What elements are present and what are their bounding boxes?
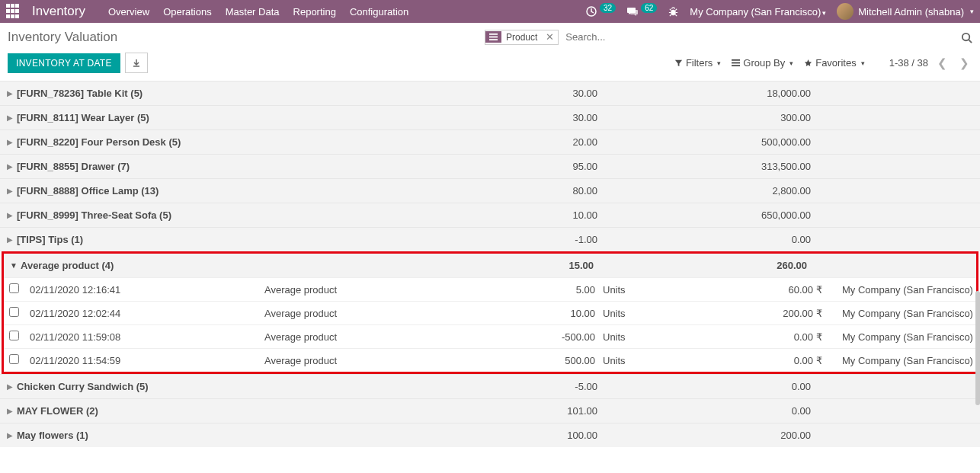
group-row[interactable]: ▶[TIPS] Tips (1)-1.000.00: [0, 227, 980, 251]
search-icon[interactable]: [961, 30, 972, 43]
caret-right-icon[interactable]: ▶: [3, 211, 17, 219]
table-row[interactable]: 02/11/2020 11:54:59Average product500.00…: [4, 348, 976, 372]
group-qty: 15.00: [524, 260, 600, 271]
cell-currency: ₹: [813, 284, 836, 296]
group-qty: 101.00: [527, 405, 604, 417]
search-area: Product ✕: [485, 29, 972, 45]
group-value: 18,000.00: [680, 88, 817, 99]
group-label: [TIPS] Tips (1): [17, 234, 261, 245]
group-row[interactable]: ▶[FURN_8220] Four Person Desk (5)20.0050…: [0, 129, 980, 154]
svg-rect-8: [732, 65, 740, 66]
search-facet[interactable]: Product ✕: [485, 30, 559, 45]
cell-date: 02/11/2020 12:02:44: [21, 308, 264, 319]
group-label: Chicken Curry Sandwich (5): [17, 381, 261, 392]
nav-link-overview[interactable]: Overview: [108, 6, 149, 18]
page-title: Inventory Valuation: [8, 30, 117, 45]
search-facet-label: Product: [501, 30, 542, 44]
caret-right-icon[interactable]: ▶: [3, 431, 17, 439]
download-button[interactable]: [125, 53, 148, 73]
list-icon: [485, 31, 501, 43]
group-row-expanded[interactable]: ▼ Average product (4) 15.00 260.00: [4, 254, 976, 277]
close-icon[interactable]: ✕: [542, 31, 558, 43]
caret-right-icon[interactable]: ▶: [3, 113, 17, 122]
caret-right-icon[interactable]: ▶: [3, 187, 17, 195]
group-row[interactable]: ▶May flowers (1)100.00200.00: [0, 423, 980, 447]
row-checkbox[interactable]: [9, 331, 19, 340]
group-row[interactable]: ▶[FURN_8888] Office Lamp (13)80.002,800.…: [0, 178, 980, 203]
cell-qty: 5.00: [524, 284, 600, 296]
group-by-label: Group By: [743, 57, 785, 69]
cell-company: My Company (San Francisco): [836, 331, 973, 343]
row-checkbox[interactable]: [9, 283, 19, 293]
favorites-button[interactable]: Favorites▾: [804, 57, 864, 69]
user-name: Mitchell Admin (shabna): [858, 6, 964, 18]
group-row[interactable]: ▶[FURN_8855] Drawer (7)95.00313,500.00: [0, 154, 980, 178]
highlight-box: ▼ Average product (4) 15.00 260.00 02/11…: [2, 251, 978, 374]
scrollbar[interactable]: [975, 291, 980, 405]
group-label: [FURN_8220] Four Person Desk (5): [17, 136, 261, 148]
group-row[interactable]: ▶[FURN_8111] Wear Layer (5)30.00300.00: [0, 105, 980, 129]
caret-down-icon[interactable]: ▼: [7, 261, 21, 270]
cell-product: Average product: [264, 308, 524, 319]
svg-rect-2: [489, 34, 498, 35]
cell-company: My Company (San Francisco): [836, 284, 973, 296]
filters-button[interactable]: Filters▾: [674, 57, 721, 69]
row-checkbox[interactable]: [9, 354, 19, 364]
caret-right-icon[interactable]: ▶: [3, 162, 17, 171]
group-row[interactable]: ▶[FURN_78236] Table Kit (5)30.0018,000.0…: [0, 81, 980, 105]
cell-unit: Units: [600, 284, 676, 296]
caret-right-icon[interactable]: ▶: [3, 407, 17, 415]
caret-right-icon[interactable]: ▶: [3, 235, 17, 244]
apps-icon[interactable]: [6, 4, 21, 19]
group-value: 500,000.00: [680, 136, 817, 148]
group-qty: 30.00: [527, 112, 604, 123]
cell-currency: ₹: [813, 331, 836, 343]
group-value: 0.00: [680, 234, 817, 245]
search-input[interactable]: [563, 29, 956, 45]
nav-right: 32 62 My Company (San Francisco)▾ Mitche…: [585, 3, 974, 20]
group-qty: 20.00: [527, 136, 604, 148]
group-row[interactable]: ▶[FURN_8999] Three-Seat Sofa (5)10.00650…: [0, 203, 980, 227]
cell-qty: 10.00: [524, 308, 600, 319]
group-row[interactable]: ▶MAY FLOWER (2)101.000.00: [0, 398, 980, 423]
caret-right-icon[interactable]: ▶: [3, 89, 17, 97]
nav-link-operations[interactable]: Operations: [163, 6, 212, 18]
group-qty: 95.00: [527, 161, 604, 172]
table-row[interactable]: 02/11/2020 12:16:41Average product5.00Un…: [4, 277, 976, 301]
cell-product: Average product: [264, 355, 524, 366]
cell-company: My Company (San Francisco): [836, 308, 973, 319]
group-qty: -5.00: [527, 381, 604, 392]
cell-unit: Units: [600, 355, 676, 366]
nav-link-master-data[interactable]: Master Data: [226, 6, 280, 18]
caret-right-icon[interactable]: ▶: [3, 382, 17, 391]
debug-icon[interactable]: [668, 5, 679, 18]
nav-link-configuration[interactable]: Configuration: [350, 6, 408, 18]
table-row[interactable]: 02/11/2020 12:02:44Average product10.00U…: [4, 301, 976, 324]
group-qty: 10.00: [527, 209, 604, 221]
avatar: [837, 3, 853, 20]
group-label: May flowers (1): [17, 430, 261, 441]
table-row[interactable]: 02/11/2020 11:59:08Average product-500.0…: [4, 324, 976, 348]
group-row[interactable]: ▶Chicken Curry Sandwich (5)-5.000.00: [0, 374, 980, 398]
cell-amount: 0.00: [676, 355, 813, 366]
group-value: 0.00: [680, 381, 817, 392]
row-checkbox[interactable]: [9, 307, 19, 317]
group-label: MAY FLOWER (2): [17, 405, 261, 417]
pager-next[interactable]: ❯: [956, 55, 972, 72]
cell-amount: 200.00: [676, 308, 813, 319]
group-value: 260.00: [676, 260, 813, 271]
inventory-at-date-button[interactable]: INVENTORY AT DATE: [8, 53, 120, 73]
cell-product: Average product: [264, 284, 524, 296]
group-value: 200.00: [680, 430, 817, 441]
pager-prev[interactable]: ❮: [934, 55, 950, 72]
group-by-button[interactable]: Group By▾: [732, 57, 793, 69]
activities-icon[interactable]: 32: [585, 5, 616, 18]
app-title[interactable]: Inventory: [32, 4, 85, 19]
company-selector[interactable]: My Company (San Francisco)▾: [690, 6, 826, 18]
favorites-label: Favorites: [815, 57, 856, 69]
user-menu[interactable]: Mitchell Admin (shabna)▾: [837, 3, 974, 20]
messages-icon[interactable]: 62: [626, 5, 657, 18]
caret-right-icon[interactable]: ▶: [3, 138, 17, 146]
nav-link-reporting[interactable]: Reporting: [293, 6, 336, 18]
messages-count: 62: [641, 3, 657, 13]
